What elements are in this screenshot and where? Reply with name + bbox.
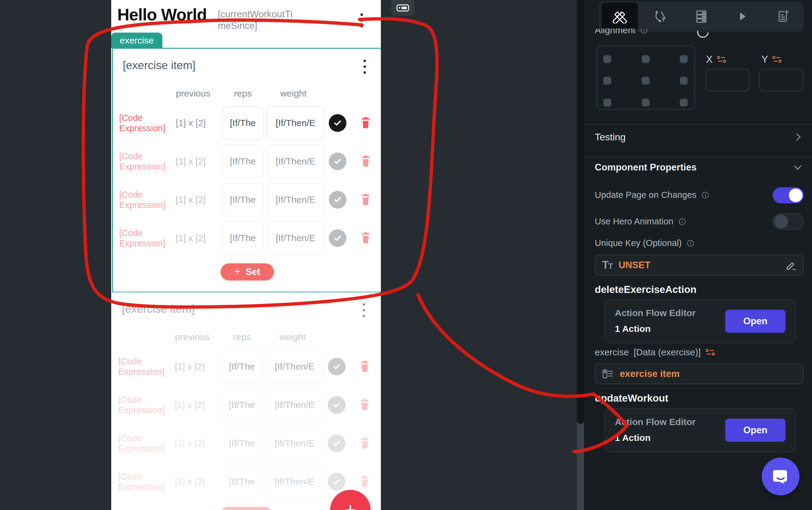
exercise-more-options-icon[interactable] xyxy=(364,60,366,74)
reps-input[interactable]: [If/The xyxy=(222,106,264,140)
exercise-item-card[interactable]: [exercise item] previous reps weight [Co… xyxy=(112,48,381,293)
workout-time-binding: [currentWorkoutTimeSince] xyxy=(218,8,294,32)
selected-widget-badge: exercise xyxy=(111,33,163,48)
reps-input[interactable]: [If/The xyxy=(221,350,263,383)
panel-toolbar xyxy=(599,1,804,32)
run-tool-tab[interactable] xyxy=(724,2,760,30)
weight-input[interactable]: [If/Then/E xyxy=(267,106,324,140)
edit-pencil-icon[interactable] xyxy=(785,260,796,271)
column-headers: previous reps weight xyxy=(112,332,380,343)
set-done-checkbox[interactable] xyxy=(328,358,346,376)
delete-set-icon[interactable] xyxy=(360,117,371,129)
weight-input[interactable]: [If/Then/E xyxy=(266,388,324,422)
exercise-binding-value: exercise item xyxy=(620,368,679,379)
code-expression-label: [Code Expression] xyxy=(119,189,162,210)
previous-value: [1] x [2] xyxy=(170,438,210,449)
delete-set-icon[interactable] xyxy=(360,193,371,206)
delete-set-icon[interactable] xyxy=(359,360,370,373)
y-alignment-input[interactable] xyxy=(759,69,804,92)
play-icon xyxy=(735,9,749,24)
plus-icon: + xyxy=(233,509,240,510)
hero-animation-toggle[interactable] xyxy=(773,213,804,230)
delete-set-icon[interactable] xyxy=(360,155,371,168)
delete-set-icon[interactable] xyxy=(359,437,370,450)
action-count: 1 Action xyxy=(615,324,650,334)
reps-input[interactable]: [If/The xyxy=(222,145,264,178)
divider xyxy=(584,124,812,125)
properties-panel: Alignment X Y xyxy=(584,0,812,510)
reps-input[interactable]: [If/The xyxy=(221,388,263,422)
weight-input[interactable]: [If/Then/E xyxy=(266,465,324,499)
set-done-checkbox[interactable] xyxy=(328,434,346,452)
reps-input[interactable]: [If/The xyxy=(221,427,263,460)
code-expression-label: [Code Expression] xyxy=(118,356,161,377)
exercise-item-title: [exercise item] xyxy=(123,59,196,72)
canvas-device-pill[interactable] xyxy=(391,0,414,16)
data-tool-tab[interactable] xyxy=(683,2,720,30)
delete-set-icon[interactable] xyxy=(359,475,370,488)
component-icon xyxy=(602,369,614,379)
exercise-more-options-icon[interactable] xyxy=(362,303,365,317)
design-tool-tab[interactable] xyxy=(602,2,638,30)
reps-input[interactable]: [If/The xyxy=(221,465,263,499)
weight-input[interactable]: [If/Then/E xyxy=(266,350,324,383)
action-count: 1 Action xyxy=(615,433,650,443)
set-done-checkbox[interactable] xyxy=(329,229,346,247)
chevron-right-icon xyxy=(794,133,802,141)
weight-input[interactable]: [If/Then/E xyxy=(267,221,324,255)
actions-tool-tab[interactable] xyxy=(642,2,679,30)
code-expression-label: [Code Expression] xyxy=(119,113,162,133)
alignment-row: Alignment xyxy=(595,29,802,42)
add-set-button[interactable]: + Set xyxy=(220,507,273,510)
set-from-variable-icon[interactable] xyxy=(717,56,726,63)
code-expression-label: [Code Expression] xyxy=(119,151,162,172)
weight-input[interactable]: [If/Then/E xyxy=(267,145,324,178)
set-row: [Code Expression][1] x [2][If/The[If/The… xyxy=(112,424,380,462)
reset-alignment-icon[interactable] xyxy=(695,29,710,41)
panel-scrollbar[interactable] xyxy=(577,0,584,510)
page-more-options-icon[interactable] xyxy=(360,13,363,27)
set-done-checkbox[interactable] xyxy=(328,473,346,490)
weight-input[interactable]: [If/Then/E xyxy=(266,427,324,460)
set-from-variable-icon[interactable] xyxy=(773,56,782,63)
previous-value: [1] x [2] xyxy=(170,400,210,410)
scrollbar-thumb[interactable] xyxy=(577,0,584,424)
add-set-button[interactable]: + Set xyxy=(221,263,274,280)
testing-section[interactable]: Testing xyxy=(595,130,802,144)
alignment-grid[interactable] xyxy=(597,46,695,110)
column-reps: reps xyxy=(233,332,251,342)
action-name: deleteExerciseAction xyxy=(595,284,697,295)
unique-key-value: UNSET xyxy=(618,260,650,271)
support-chat-button[interactable] xyxy=(762,458,800,496)
reps-input[interactable]: [If/The xyxy=(222,183,264,216)
exercise-binding-field[interactable]: exercise item xyxy=(595,363,804,384)
code-expression-label: [Code Expression] xyxy=(118,471,161,492)
set-done-checkbox[interactable] xyxy=(329,191,346,209)
exercise-item-card-2[interactable]: [exercise item] previous reps weight [Co… xyxy=(112,292,380,510)
set-done-checkbox[interactable] xyxy=(328,396,346,414)
weight-input[interactable]: [If/Then/E xyxy=(267,183,324,216)
set-done-checkbox[interactable] xyxy=(329,114,346,132)
set-from-variable-icon[interactable] xyxy=(706,349,715,356)
chevron-down-icon xyxy=(793,164,802,171)
update-workout-action-card: Action Flow Editor 1 Action Open xyxy=(605,408,796,452)
chat-bubble-icon xyxy=(771,467,791,486)
column-weight: weight xyxy=(280,332,306,342)
component-properties-section[interactable]: Component Properties xyxy=(595,161,802,174)
unique-key-field[interactable]: TT UNSET xyxy=(595,254,804,275)
open-action-flow-button[interactable]: Open xyxy=(725,419,785,442)
notes-tool-tab[interactable] xyxy=(765,2,801,30)
column-previous: previous xyxy=(176,88,210,99)
delete-set-icon[interactable] xyxy=(359,398,370,411)
x-alignment-label: X xyxy=(706,54,726,65)
set-done-checkbox[interactable] xyxy=(329,153,346,170)
reps-input[interactable]: [If/The xyxy=(222,221,264,255)
exercise-binding-row: exercise [Data (exercise)] xyxy=(595,347,715,357)
delete-set-icon[interactable] xyxy=(360,232,371,244)
keyboard-icon xyxy=(396,3,409,12)
open-action-flow-button[interactable]: Open xyxy=(725,310,785,333)
set-row: [Code Expression][1] x [2][If/The[If/The… xyxy=(112,348,380,386)
x-alignment-input[interactable] xyxy=(706,69,750,92)
set-row: [Code Expression][1] x [2][If/The[If/The… xyxy=(112,386,380,424)
update-page-toggle[interactable] xyxy=(773,187,804,203)
